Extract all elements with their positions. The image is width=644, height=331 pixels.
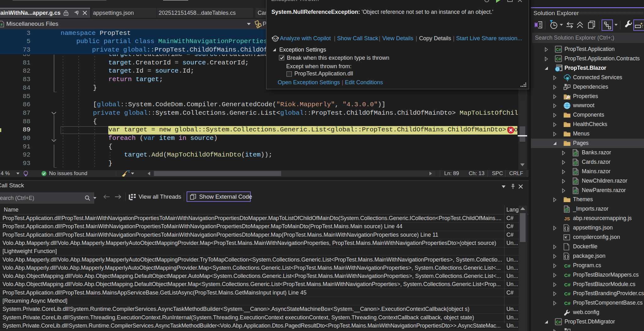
svg-text:C#: C# bbox=[556, 47, 561, 52]
svg-text:{ }: { } bbox=[565, 254, 569, 259]
svg-text:C#: C# bbox=[564, 282, 570, 287]
svg-text:C#: C# bbox=[556, 320, 561, 324]
svg-text:@: @ bbox=[573, 151, 578, 156]
svg-text:@: @ bbox=[573, 160, 578, 165]
svg-text:{ }: { } bbox=[565, 226, 569, 230]
svg-text:C#: C# bbox=[564, 263, 570, 268]
svg-text:#: # bbox=[1, 23, 3, 26]
svg-text:@: @ bbox=[573, 179, 578, 184]
svg-text:JS: JS bbox=[564, 216, 570, 221]
svg-text:C#: C# bbox=[564, 272, 570, 278]
svg-text:C#: C# bbox=[556, 57, 561, 61]
svg-text:@: @ bbox=[565, 207, 569, 212]
svg-text:@: @ bbox=[573, 188, 578, 193]
svg-text:C#: C# bbox=[564, 291, 570, 296]
svg-text:@: @ bbox=[573, 169, 578, 174]
svg-text:C#: C# bbox=[564, 301, 570, 306]
